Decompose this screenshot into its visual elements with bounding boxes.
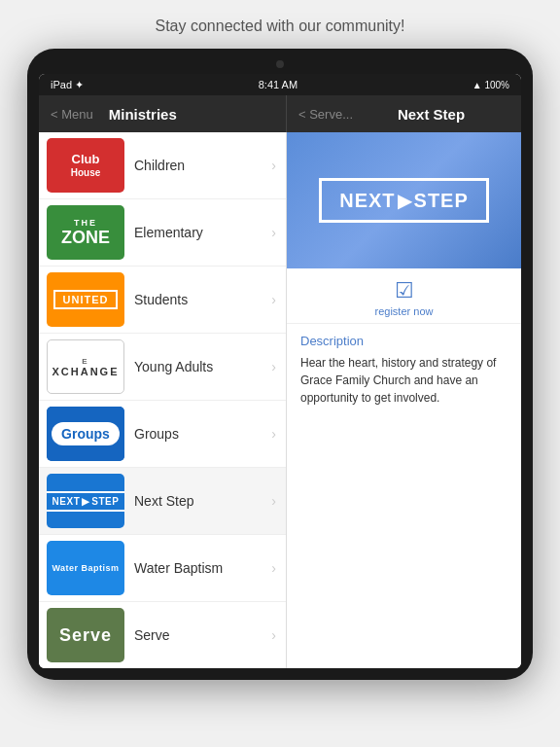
thumbnail-students: UNITED xyxy=(47,272,124,327)
screen: iPad ✦ 8:41 AM ▲ 100% < Menu Ministries … xyxy=(39,74,521,668)
description-text: Hear the heart, history and strategy of … xyxy=(300,354,508,407)
ministry-name-nextstep: Next Step xyxy=(134,493,271,509)
thumbnail-elementary: THE ZONE xyxy=(47,205,124,260)
nextstep-nav-title: Next Step xyxy=(353,106,509,123)
ministry-item-young-adults[interactable]: E XCHANGE Young Adults › xyxy=(39,334,286,401)
nextstep-logo-arrow: ▶ xyxy=(398,189,412,212)
detail-actions: ☑ register now xyxy=(287,268,521,324)
ministries-nav-title: Ministries xyxy=(109,106,177,123)
ministry-name-water-baptism: Water Baptism xyxy=(134,560,271,576)
ministry-item-children[interactable]: Club House Children › xyxy=(39,132,286,199)
detail-body: Description Hear the heart, history and … xyxy=(287,324,521,416)
chevron-elementary: › xyxy=(271,225,276,240)
right-nav: < Serve... Next Step xyxy=(287,95,521,132)
tablet-frame: iPad ✦ 8:41 AM ▲ 100% < Menu Ministries … xyxy=(27,49,533,680)
thumbnail-children: Club House xyxy=(47,138,124,193)
chevron-serve: › xyxy=(271,627,276,643)
ministry-item-students[interactable]: UNITED Students › xyxy=(39,267,286,334)
status-bar: iPad ✦ 8:41 AM ▲ 100% xyxy=(39,74,521,95)
ministry-name-elementary: Elementary xyxy=(134,225,271,240)
detail-hero: NEXT ▶ STEP xyxy=(287,132,521,268)
thumbnail-serve: Serve xyxy=(47,608,124,662)
thumbnail-young-adults: E XCHANGE xyxy=(47,339,124,394)
thumbnail-groups: Groups xyxy=(47,407,124,461)
nextstep-logo: NEXT ▶ STEP xyxy=(319,178,489,223)
status-left: iPad ✦ xyxy=(51,79,84,91)
chevron-young-adults: › xyxy=(271,359,276,374)
ministry-item-nextstep[interactable]: NEXT ▶ STEP Next Step › xyxy=(39,468,286,535)
nextstep-logo-text2: STEP xyxy=(414,190,469,212)
ministry-item-water-baptism[interactable]: Water Baptism Water Baptism › xyxy=(39,535,286,602)
ministry-name-young-adults: Young Adults xyxy=(134,359,271,374)
chevron-children: › xyxy=(271,158,276,173)
chevron-water-baptism: › xyxy=(271,560,276,576)
ministry-name-children: Children xyxy=(134,158,271,173)
ministry-name-students: Students xyxy=(134,292,271,307)
register-label[interactable]: register now xyxy=(375,305,434,317)
ministry-name-serve: Serve xyxy=(134,627,271,643)
ministry-item-groups[interactable]: Groups Groups › xyxy=(39,401,286,468)
ministry-name-groups: Groups xyxy=(134,426,271,442)
nav-bars: < Menu Ministries < Serve... Next Step xyxy=(39,95,521,132)
thumbnail-nextstep: NEXT ▶ STEP xyxy=(47,474,124,528)
serve-back-button[interactable]: < Serve... xyxy=(298,107,353,122)
register-icon[interactable]: ☑ xyxy=(395,278,414,303)
chevron-groups: › xyxy=(271,426,276,442)
tagline: Stay connected with our community! xyxy=(155,18,404,35)
description-label: Description xyxy=(300,334,508,348)
status-right: ▲ 100% xyxy=(472,80,509,90)
detail-panel: NEXT ▶ STEP ☑ register now Description H… xyxy=(287,132,521,668)
chevron-students: › xyxy=(271,292,276,307)
ministry-item-elementary[interactable]: THE ZONE Elementary › xyxy=(39,199,286,267)
ministries-panel: Club House Children › THE ZONE Elementar… xyxy=(39,132,287,668)
status-time: 8:41 AM xyxy=(259,79,298,90)
nextstep-logo-text: NEXT xyxy=(339,190,395,212)
chevron-nextstep: › xyxy=(271,493,276,509)
menu-back-button[interactable]: < Menu xyxy=(51,107,93,122)
ministry-item-serve[interactable]: Serve Serve › xyxy=(39,602,286,668)
left-nav: < Menu Ministries xyxy=(39,95,287,132)
main-content: Club House Children › THE ZONE Elementar… xyxy=(39,132,521,668)
camera xyxy=(276,60,284,68)
thumbnail-water-baptism: Water Baptism xyxy=(47,541,124,595)
